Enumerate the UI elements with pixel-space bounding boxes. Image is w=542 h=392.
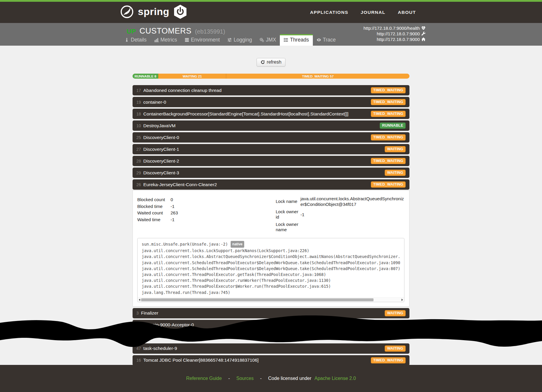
tab-logging[interactable]: Logging <box>224 34 256 46</box>
spring-leaf-logo-icon <box>120 5 134 20</box>
app-url-text: http://172.18.0.7:9000/health <box>363 25 420 31</box>
thread-id: 28 <box>136 159 141 163</box>
thread-state-badge: TIMED_WAITING <box>371 181 406 188</box>
stacktrace-text: sun.misc.Unsafe.park(Unsafe.java:-2) <box>142 242 228 247</box>
footer-separator: - <box>228 376 230 381</box>
stacktrace-line: java.util.concurrent.ThreadPoolExecutor.… <box>142 277 400 283</box>
horizontal-scrollbar[interactable] <box>138 297 404 302</box>
thread-row[interactable]: 3 Finalizer WAITING <box>133 308 409 318</box>
stacktrace-line: java.util.concurrent.locks.LockSupport.p… <box>142 248 400 254</box>
app-url-text: http://172.18.0.7:9000 <box>377 37 420 42</box>
tab-details[interactable]: Details <box>121 34 151 46</box>
thread-locks: Lock namejava.util.concurrent.locks.Abst… <box>276 195 404 234</box>
thread-state-badge: TIMED_WAITING <box>371 357 406 363</box>
app-url[interactable]: http://172.18.0.7:9000/health <box>363 25 426 31</box>
footer-link-sources[interactable]: Sources <box>236 376 254 381</box>
tab-label: Logging <box>234 37 252 43</box>
thread-row[interactable]: 27 DiscoveryClient-1 WAITING <box>133 144 409 154</box>
sliders-icon <box>227 38 232 42</box>
thread-id: 25 <box>136 135 141 140</box>
stat-label: Waited count <box>137 210 171 216</box>
thread-name: DiscoveryClient-3 <box>143 170 179 176</box>
thread-state-badge: TIMED_WAITING <box>371 111 406 117</box>
stacktrace-text: java.util.concurrent.ScheduledThreadPool… <box>142 260 400 265</box>
thread-row[interactable]: 26 Eureka-JerseyClient-Conn-Cleaner2 TIM… <box>133 179 409 190</box>
summary-segment-waiting: WAITING 21 <box>158 74 226 79</box>
stacktrace-line: sun.misc.Unsafe.park(Unsafe.java:-2)nati… <box>142 241 400 248</box>
stat-value: 263 <box>171 210 178 216</box>
thread-name: Eureka-JerseyClient-Conn-Cleaner2 <box>143 182 217 187</box>
thread-name: DestroyJavaVM <box>143 123 176 128</box>
app-url[interactable]: http://172.18.0.7:9000 <box>363 31 426 37</box>
footer-license-text: Code licensed under <box>268 376 311 381</box>
tab-metrics[interactable]: Metrics <box>151 34 181 46</box>
spring-boot-hexagon-icon <box>173 4 187 20</box>
nav-link-applications[interactable]: APPLICATIONS <box>310 10 348 15</box>
lock-label: Lock owner id <box>276 209 300 220</box>
app-url-text: http://172.18.0.7:9000 <box>377 31 420 37</box>
stacktrace-text: java.util.concurrent.ThreadPoolExecutor$… <box>142 284 331 289</box>
thread-lock-row: Lock namejava.util.concurrent.locks.Abst… <box>276 196 404 207</box>
tab-environment[interactable]: Environment <box>181 34 224 46</box>
thread-row[interactable]: 10 DestroyJavaVM RUNNABLE <box>133 120 409 131</box>
scroll-right-arrow-icon[interactable] <box>401 299 403 301</box>
nav-link-about[interactable]: ABOUT <box>398 10 416 15</box>
app-header: UP CUSTOMERS (eb135991) http://172.18.0.… <box>0 23 542 46</box>
stacktrace-line: java.util.concurrent.ThreadPoolExecutor$… <box>142 283 400 289</box>
home-icon <box>421 37 426 42</box>
thread-row[interactable]: 28 DiscoveryClient-2 TIMED_WAITING <box>133 156 409 166</box>
tab-trace[interactable]: Trace <box>313 34 340 46</box>
thread-id: 29 <box>136 171 141 175</box>
thread-name: container-0 <box>143 100 166 105</box>
tab-threads[interactable]: Threads <box>280 34 313 46</box>
thread-state-badge: TIMED_WAITING <box>371 158 406 164</box>
brand-text: spring <box>138 6 169 18</box>
scroll-left-arrow-icon[interactable] <box>139 299 140 301</box>
thread-state-badge: RUNNABLE <box>380 322 406 328</box>
stat-value: -1 <box>171 216 174 223</box>
tab-label: Threads <box>290 37 309 43</box>
stacktrace-lines: sun.misc.Unsafe.park(Unsafe.java:-2)nati… <box>138 238 404 297</box>
stacktrace-line: java.util.concurrent.ThreadPoolExecutor.… <box>142 272 400 277</box>
thread-name: DiscoveryClient-2 <box>143 158 179 164</box>
thread-row[interactable]: 17 Abandoned connection cleanup thread T… <box>133 85 409 95</box>
wrench-icon <box>421 32 426 36</box>
tab-label: Environment <box>191 37 220 43</box>
footer-license: Code licensed under Apache License 2.0 <box>268 376 356 381</box>
footer-link-apache-license[interactable]: Apache License 2.0 <box>315 376 356 381</box>
thread-stat: Blocked time-1 <box>137 203 276 210</box>
thread-name: DiscoveryClient-0 <box>143 135 179 140</box>
thread-row[interactable]: 29 DiscoveryClient-3 WAITING <box>133 168 409 178</box>
thread-stat: Waited count263 <box>137 210 276 216</box>
lock-label: Lock name <box>276 199 300 204</box>
thread-row[interactable]: 42 http-nio-9000-Acceptor-0 RUNNABLE <box>133 320 409 330</box>
thread-state-badge: RUNNABLE <box>380 123 406 129</box>
scrollbar-thumb[interactable] <box>141 298 374 301</box>
thread-state-badge: WAITING <box>385 310 406 316</box>
thread-row[interactable]: 16 Tomcat JDBC Pool Cleaner[883665748:14… <box>133 355 409 365</box>
brand[interactable]: spring <box>120 4 187 20</box>
thread-state-badge: WAITING <box>385 146 406 152</box>
server-icon <box>185 38 189 42</box>
stat-label: Waited time <box>137 216 171 223</box>
refresh-icon <box>261 60 265 64</box>
heartbeat-icon <box>421 26 426 30</box>
thread-name: http-nio-9000-Acceptor-0 <box>143 322 194 328</box>
thread-row[interactable]: 25 DiscoveryClient-0 TIMED_WAITING <box>133 132 409 143</box>
tab-label: JMX <box>266 37 276 43</box>
tab-label: Trace <box>323 37 336 43</box>
app-url[interactable]: http://172.18.0.7:9000 <box>363 37 426 42</box>
tab-jmx[interactable]: JMX <box>256 34 280 46</box>
bar-chart-icon <box>154 38 159 42</box>
refresh-button[interactable]: refresh <box>257 58 286 67</box>
thread-row[interactable]: 47 task-scheduler-9 WAITING <box>133 343 409 354</box>
stat-value: -1 <box>171 203 174 210</box>
stacktrace-text: java.util.concurrent.ScheduledThreadPool… <box>142 266 400 271</box>
thread-row[interactable]: 19 container-0 TIMED_WAITING <box>133 97 409 107</box>
stacktrace-text: java.util.concurrent.ThreadPoolExecutor.… <box>142 278 331 283</box>
nav-link-journal[interactable]: JOURNAL <box>361 10 385 15</box>
gears-icon <box>260 38 264 42</box>
footer-link-reference-guide[interactable]: Reference Guide <box>186 376 222 381</box>
content: refresh RUNNABLE 8WAITING 21TIMED_WAITIN… <box>0 46 542 365</box>
thread-row[interactable]: 18 ContainerBackgroundProcessor[Standard… <box>133 109 409 119</box>
